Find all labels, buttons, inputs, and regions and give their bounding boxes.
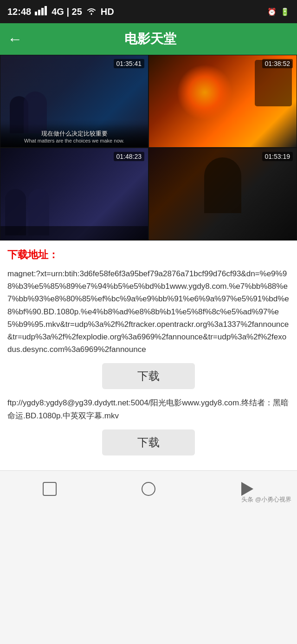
download-label: 下载地址： bbox=[7, 248, 290, 262]
subtitle-cn-tl: 现在做什么决定比较重要 What matters are the choices… bbox=[0, 130, 148, 143]
circle-icon bbox=[142, 482, 155, 496]
magnet-link[interactable]: magnet:?xt=urn:btih:3d6fe58fe6f3a95bef79… bbox=[7, 267, 290, 356]
timestamp-tl: 01:35:41 bbox=[114, 59, 145, 68]
download-button-1[interactable]: 下载 bbox=[102, 363, 195, 389]
download-button-2[interactable]: 下载 bbox=[102, 429, 195, 455]
status-left: 12:48 4G | 25 HD bbox=[7, 6, 114, 18]
top-bar: ← 电影天堂 bbox=[0, 23, 297, 55]
battery-icon: 🔋 bbox=[280, 7, 290, 16]
svg-rect-0 bbox=[35, 12, 37, 15]
triangle-icon bbox=[241, 482, 253, 496]
square-icon bbox=[43, 482, 57, 496]
content-area: 下载地址： magnet:?xt=urn:btih:3d6fe58fe6f3a9… bbox=[0, 241, 297, 470]
video-thumb-tl[interactable]: 01:35:41 现在做什么决定比较重要 What matters are th… bbox=[0, 55, 148, 148]
download-btn-wrap-1: 下载 bbox=[7, 363, 290, 389]
wifi-icon bbox=[86, 7, 97, 17]
signal-display bbox=[35, 6, 48, 18]
download-btn-wrap-2: 下载 bbox=[7, 429, 290, 455]
home-button[interactable] bbox=[41, 481, 58, 497]
back-button-nav[interactable] bbox=[140, 481, 157, 497]
hd-label: HD bbox=[101, 7, 114, 17]
svg-rect-3 bbox=[45, 6, 47, 15]
ftp-link[interactable]: ftp://ygdy8:ygdy8@yg39.dydytt.net:5004/阳… bbox=[7, 397, 290, 422]
status-bar: 12:48 4G | 25 HD ⏰ 🔋 bbox=[0, 0, 297, 23]
video-thumb-bl[interactable]: 01:48:23 bbox=[0, 148, 148, 241]
network-type: 4G | 25 bbox=[52, 7, 82, 17]
time-display: 12:48 bbox=[7, 7, 31, 17]
back-button[interactable]: ← bbox=[7, 31, 22, 48]
timestamp-bl: 01:48:23 bbox=[114, 152, 145, 161]
clock-icon: ⏰ bbox=[267, 7, 277, 16]
watermark: 头条 @小勇心视界 bbox=[241, 495, 291, 504]
status-right: ⏰ 🔋 bbox=[267, 7, 290, 16]
timestamp-tr: 01:38:52 bbox=[262, 59, 293, 68]
timestamp-br: 01:53:19 bbox=[262, 152, 293, 161]
nav-bar: 头条 @小勇心视界 bbox=[0, 470, 297, 507]
page-title: 电影天堂 bbox=[30, 30, 271, 48]
svg-rect-2 bbox=[41, 8, 44, 15]
video-thumb-tr[interactable]: 01:38:52 bbox=[148, 55, 297, 148]
video-thumb-br[interactable]: 01:53:19 bbox=[148, 148, 297, 241]
svg-rect-1 bbox=[38, 10, 40, 15]
video-grid: 01:35:41 现在做什么决定比较重要 What matters are th… bbox=[0, 55, 297, 241]
